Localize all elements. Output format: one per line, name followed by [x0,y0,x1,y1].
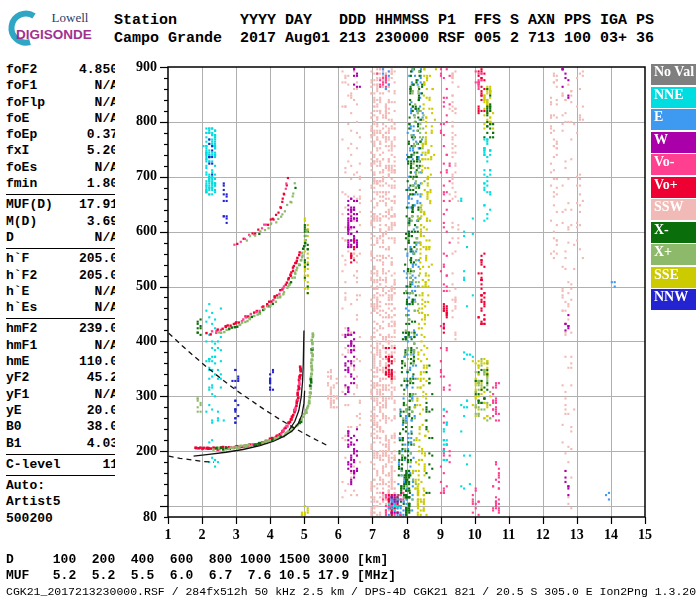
param-label: hmF2 [6,321,37,337]
header-line-1: Station YYYY DAY DDD HHMMSS P1 FFS S AXN… [114,12,654,29]
param-row: M(D)3.69 [6,214,118,230]
param-label: h`F2 [6,268,37,284]
param-label: B1 [6,436,22,452]
param-label: foF2 [6,62,37,78]
param-row: hmE110.0 [6,354,118,370]
param-label: foFlp [6,95,45,111]
param-value: 1.80 [87,176,118,192]
legend-item-nne: NNE [651,87,696,108]
param-row: yF245.2 [6,370,118,386]
param-label: Auto: [6,478,45,494]
param-label: h`F [6,251,29,267]
param-value: 3.69 [87,214,118,230]
param-row: foEsN/A [6,160,118,176]
divider [6,248,118,249]
param-row: foEN/A [6,111,118,127]
param-row: foF24.850 [6,62,118,78]
param-row: foF1N/A [6,78,118,94]
param-value: 45.2 [87,370,118,386]
param-label: hmE [6,354,29,370]
param-value: 20.0 [87,403,118,419]
param-label: foEs [6,160,37,176]
legend-item-x: X- [651,222,696,243]
divider [6,454,118,455]
param-label: 500200 [6,511,53,527]
legend-item-x: X+ [651,244,696,265]
param-value: 205.0 [79,268,118,284]
param-label: M(D) [6,214,37,230]
param-row: DN/A [6,230,118,246]
header-line-2: Campo Grande 2017 Aug01 213 230000 RSF 0… [114,30,654,47]
legend-item-vo: Vo- [651,154,696,175]
legend-item-sse: SSE [651,267,696,288]
divider [6,194,118,195]
param-row: C-level11 [6,457,118,473]
param-row: MUF(D)17.91 [6,197,118,213]
param-row: foFlpN/A [6,95,118,111]
param-row: 500200 [6,511,118,527]
legend-item-noval: No Val [651,64,696,85]
param-row: Artist5 [6,494,118,510]
param-row: B038.0 [6,419,118,435]
param-label: foEp [6,127,37,143]
param-label: foF1 [6,78,37,94]
legend-item-ssw: SSW [651,199,696,220]
param-row: Auto: [6,478,118,494]
param-label: D [6,230,14,246]
param-label: hmF1 [6,338,37,354]
param-row: hmF1N/A [6,338,118,354]
param-row: yE20.0 [6,403,118,419]
divider [6,475,118,476]
param-label: yF2 [6,370,29,386]
param-value: 205.0 [79,251,118,267]
param-row: h`F2205.0 [6,268,118,284]
param-row: foEp0.37 [6,127,118,143]
parameter-panel: foF24.850foF1N/AfoFlpN/AfoEN/AfoEp0.37fx… [6,62,118,527]
param-row: h`F205.0 [6,251,118,267]
ionogram-plot [115,52,653,554]
param-value: 110.0 [79,354,118,370]
legend-item-w: W [651,132,696,153]
param-label: B0 [6,419,22,435]
param-row: fxI5.20 [6,143,118,159]
param-label: Artist5 [6,494,61,510]
param-label: yE [6,403,22,419]
param-label: fxI [6,143,29,159]
param-value: 4.03 [87,436,118,452]
param-value: 0.37 [87,127,118,143]
param-label: h`E [6,284,29,300]
doppler-direction-legend: No ValNNEEWVo-Vo+SSWX-X+SSENNW [651,64,697,312]
param-value: 239.0 [79,321,118,337]
param-label: fmin [6,176,37,192]
param-value: 38.0 [87,419,118,435]
legend-item-vo: Vo+ [651,177,696,198]
muf-row: MUF 5.2 5.2 5.5 6.0 6.7 7.6 10.5 17.9 [M… [6,568,396,583]
logo-text-lowell: Lowell [52,10,89,25]
param-label: MUF(D) [6,197,53,213]
param-row: hmF2239.0 [6,321,118,337]
param-row: h`EN/A [6,284,118,300]
digisonde-ionogram-app: Lowell DIGISONDE Station YYYY DAY DDD HH… [0,0,700,600]
param-value: 4.850 [79,62,118,78]
lowell-digisonde-logo: Lowell DIGISONDE [4,6,114,50]
param-label: h`Es [6,300,37,316]
legend-item-e: E [651,109,696,130]
param-row: fmin1.80 [6,176,118,192]
param-row: B14.03 [6,436,118,452]
param-label: foE [6,111,29,127]
param-label: C-level [6,457,61,473]
param-row: h`EsN/A [6,300,118,316]
divider [6,318,118,319]
logo-text-digisonde: DIGISONDE [16,27,92,42]
legend-item-nnw: NNW [651,289,696,310]
param-row: yF1N/A [6,387,118,403]
distance-row: D 100 200 400 600 800 1000 1500 3000 [km… [6,552,388,567]
file-info-line: CGK21_2017213230000.RSF / 284fx512h 50 k… [6,585,696,598]
param-value: 5.20 [87,143,118,159]
param-label: yF1 [6,387,29,403]
param-value: 17.91 [79,197,118,213]
